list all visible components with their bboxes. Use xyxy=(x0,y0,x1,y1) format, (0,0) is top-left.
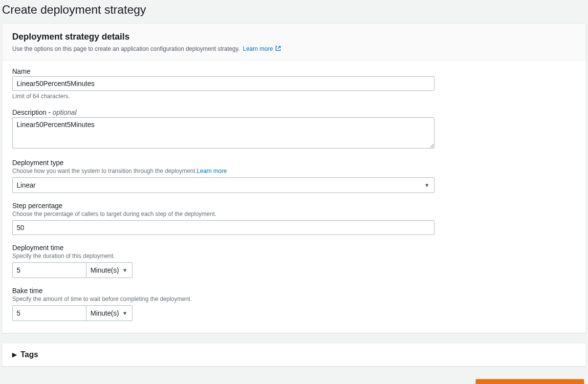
details-subtext: Use the options on this page to create a… xyxy=(12,45,576,53)
description-optional-text: optional xyxy=(52,108,76,116)
step-percentage-help: Choose the percentage of callers to targ… xyxy=(12,211,576,217)
details-panel-header: Deployment strategy details Use the opti… xyxy=(2,24,586,61)
bake-time-field: Bake time Specify the amount of time to … xyxy=(12,287,576,321)
description-field: Description - optional xyxy=(12,108,576,150)
description-input[interactable] xyxy=(12,117,435,149)
deployment-type-help-text: Choose how you want the system to transi… xyxy=(12,168,197,174)
deployment-type-field: Deployment type Choose how you want the … xyxy=(12,159,576,193)
deployment-type-help: Choose how you want the system to transi… xyxy=(12,168,576,174)
bake-time-help: Specify the amount of time to wait befor… xyxy=(12,296,576,302)
tags-header-text: Tags xyxy=(21,350,38,359)
step-percentage-input[interactable] xyxy=(12,220,435,235)
details-learn-more-link[interactable]: Learn more xyxy=(243,45,282,52)
triangle-right-icon: ▶ xyxy=(12,351,17,358)
tags-panel: ▶ Tags xyxy=(2,343,586,366)
external-link-icon xyxy=(275,45,282,53)
step-percentage-label: Step percentage xyxy=(12,202,576,210)
bake-time-unit-select[interactable]: Minute(s) xyxy=(87,305,132,321)
name-field: Name Limit of 64 characters. xyxy=(12,67,576,100)
cancel-button[interactable]: Cancel xyxy=(429,379,469,384)
create-deployment-strategy-button[interactable]: Create deployment strategy xyxy=(476,379,584,384)
tags-toggle[interactable]: ▶ Tags xyxy=(12,350,576,359)
deployment-time-field: Deployment time Specify the duration of … xyxy=(12,244,576,278)
details-header: Deployment strategy details xyxy=(12,32,576,42)
page-title: Create deployment strategy xyxy=(2,3,586,17)
deployment-time-label: Deployment time xyxy=(12,244,576,252)
form-footer: Cancel Create deployment strategy xyxy=(2,376,586,384)
bake-time-input[interactable] xyxy=(12,305,87,321)
deployment-time-help: Specify the duration of this deployment. xyxy=(12,253,576,259)
details-panel-body: Name Limit of 64 characters. Description… xyxy=(2,61,586,333)
name-hint: Limit of 64 characters. xyxy=(12,93,576,100)
details-subtext-text: Use the options on this page to create a… xyxy=(12,45,240,52)
description-label-text: Description - xyxy=(12,108,52,116)
details-learn-more-text: Learn more xyxy=(243,45,273,52)
details-panel: Deployment strategy details Use the opti… xyxy=(2,23,586,333)
bake-time-label: Bake time xyxy=(12,287,576,295)
deployment-type-select-wrap: Linear ▼ xyxy=(12,177,435,193)
deployment-time-input[interactable] xyxy=(12,262,87,278)
name-input[interactable] xyxy=(12,76,435,91)
deployment-time-unit-select[interactable]: Minute(s) xyxy=(87,262,132,278)
deployment-type-learn-more-link[interactable]: Learn more xyxy=(197,168,227,174)
description-label: Description - optional xyxy=(12,108,576,116)
deployment-type-select[interactable]: Linear xyxy=(12,177,435,193)
deployment-type-label: Deployment type xyxy=(12,159,576,167)
name-label: Name xyxy=(12,67,576,75)
step-percentage-field: Step percentage Choose the percentage of… xyxy=(12,202,576,235)
